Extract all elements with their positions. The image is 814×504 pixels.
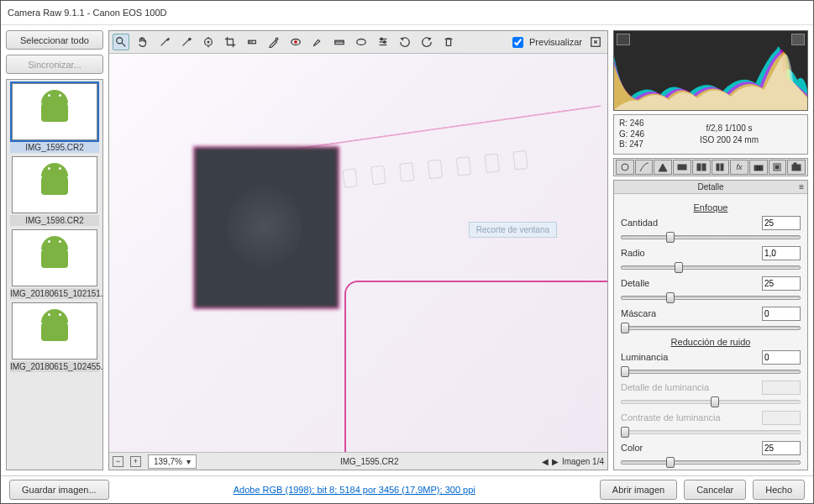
param-label-color: Color [621, 443, 759, 453]
section-header: Reducción de ruido [621, 337, 801, 347]
tab-hsl[interactable] [673, 160, 691, 175]
svg-rect-26 [717, 164, 719, 171]
thumbnail[interactable]: IMG_1598.CR2 [10, 156, 99, 226]
svg-point-20 [383, 41, 386, 44]
graduated-filter-icon[interactable] [331, 34, 348, 50]
white-balance-tool-icon[interactable] [156, 34, 173, 50]
cancel-button[interactable]: Cancelar [684, 480, 746, 500]
svg-rect-31 [775, 165, 779, 169]
rotate-ccw-icon[interactable] [396, 34, 413, 50]
filmstrip-column: Seleccionar todo Sincronizar... IMG_1595… [6, 30, 103, 470]
main-toolbar: Previsualizar [109, 31, 607, 54]
redeye-tool-icon[interactable] [287, 34, 304, 50]
svg-rect-23 [678, 165, 686, 170]
shadow-clip-icon[interactable] [617, 34, 630, 45]
svg-rect-33 [794, 163, 796, 165]
svg-point-10 [276, 38, 278, 40]
thumbnail-caption: IMG_1598.CR2 [10, 215, 99, 226]
param-input-amount[interactable] [762, 216, 801, 230]
svg-rect-25 [702, 164, 706, 171]
tab-lens[interactable] [712, 160, 730, 175]
svg-point-2 [189, 39, 191, 40]
param-slider-detail[interactable] [621, 291, 801, 302]
crop-tool-icon[interactable] [222, 34, 239, 50]
svg-rect-24 [697, 164, 701, 171]
thumbnail[interactable]: IMG_20180615_102455.dng [10, 302, 99, 372]
param-input-color[interactable] [762, 441, 801, 455]
param-input-detail[interactable] [762, 276, 801, 291]
rotate-cw-icon[interactable] [418, 34, 435, 50]
tab-split[interactable] [692, 160, 711, 175]
param-slider-mask[interactable] [621, 322, 801, 332]
dialog-footer: Guardar imagen... Adobe RGB (1998); bit … [1, 475, 813, 503]
param-slider-color[interactable] [621, 456, 801, 466]
preferences-icon[interactable] [375, 34, 391, 50]
select-all-button[interactable]: Seleccionar todo [6, 30, 103, 50]
adjustment-brush-icon[interactable] [309, 34, 326, 50]
preview-area: Previsualizar Recorte de ventana − + 139… [108, 30, 608, 470]
image-counter: Imagen 1/4 [562, 457, 604, 466]
preview-checkbox-input[interactable] [512, 37, 523, 48]
param-input-luminance[interactable] [762, 350, 801, 365]
fullscreen-icon[interactable] [587, 34, 604, 50]
image-canvas[interactable]: Recorte de ventana [109, 54, 607, 452]
straighten-tool-icon[interactable] [244, 34, 260, 50]
param-slider-radius[interactable] [621, 261, 801, 271]
svg-point-12 [294, 40, 297, 44]
svg-point-19 [381, 38, 383, 40]
zoom-tool-icon[interactable] [113, 34, 129, 50]
param-input-mask[interactable] [762, 307, 801, 321]
radial-filter-icon[interactable] [353, 34, 370, 50]
canvas-status-bar: − + 139,7% ▾ IMG_1595.CR2 ◀ ▶ Imagen 1/4 [109, 452, 607, 470]
sync-button[interactable]: Sincronizar... [6, 55, 103, 74]
histogram[interactable] [613, 30, 808, 111]
info-readout: R: 246 G: 246 B: 247 f/2,8 1/100 s ISO 2… [613, 114, 808, 155]
trash-icon[interactable] [440, 34, 457, 50]
workflow-options-link[interactable]: Adobe RGB (1998); bit 8; 5184 por 3456 (… [116, 485, 593, 495]
thumbnail[interactable]: IMG_1595.CR2 [10, 83, 99, 153]
tab-camera[interactable] [749, 160, 768, 175]
open-image-button[interactable]: Abrir imagen [600, 480, 677, 500]
zoom-level-dropdown[interactable]: 139,7% ▾ [148, 454, 197, 469]
color-sampler-tool-icon[interactable] [178, 34, 195, 50]
param-label-luminance: Luminancia [621, 352, 759, 362]
readout-b: B: 247 [619, 139, 644, 150]
zoom-in-button[interactable]: + [130, 456, 141, 467]
panel-title-label: Detalle [697, 182, 723, 192]
prev-image-button[interactable]: ◀ [542, 457, 549, 466]
svg-rect-32 [792, 165, 801, 171]
preview-checkbox[interactable]: Previsualizar [509, 34, 582, 50]
crop-tooltip: Recorte de ventana [469, 222, 557, 238]
spot-removal-tool-icon[interactable] [265, 34, 282, 50]
tab-snapshots[interactable] [787, 160, 806, 175]
targeted-adjustment-icon[interactable] [200, 34, 217, 50]
readout-g: G: 246 [619, 129, 644, 140]
tab-detail[interactable] [654, 160, 672, 175]
highlight-clip-icon[interactable] [791, 34, 805, 45]
tab-basic[interactable] [616, 160, 634, 175]
param-slider-amount[interactable] [621, 231, 801, 241]
param-input-lumDetail [762, 381, 801, 395]
panel-menu-icon[interactable]: ≡ [799, 182, 804, 192]
adjustment-tabs: fx [613, 158, 808, 176]
param-input-radius[interactable] [762, 246, 801, 260]
hand-tool-icon[interactable] [134, 34, 151, 50]
tab-curve[interactable] [635, 160, 654, 175]
tab-presets[interactable] [769, 160, 787, 175]
zoom-out-button[interactable]: − [113, 456, 123, 467]
done-button[interactable]: Hecho [753, 480, 805, 500]
detail-panel: Detalle ≡ EnfoqueCantidadRadioDetalleMás… [613, 180, 808, 471]
svg-line-1 [122, 43, 125, 46]
param-slider-luminance[interactable] [621, 365, 801, 375]
save-image-button[interactable]: Guardar imagen... [9, 480, 109, 500]
param-label-amount: Cantidad [621, 218, 759, 228]
tab-fx[interactable]: fx [730, 160, 748, 175]
next-image-button[interactable]: ▶ [552, 457, 559, 466]
thumbnail-strip: IMG_1595.CR2IMG_1598.CR2IMG_20180615_102… [6, 79, 103, 470]
param-label-detail: Detalle [621, 278, 759, 288]
param-label-mask: Máscara [621, 308, 759, 318]
thumbnail[interactable]: IMG_20180615_102151.dng [10, 229, 99, 299]
current-filename: IMG_1595.CR2 [203, 457, 534, 466]
readout-exposure: f/2,8 1/100 s [656, 123, 802, 134]
readout-iso-focal: ISO 200 24 mm [656, 134, 802, 146]
